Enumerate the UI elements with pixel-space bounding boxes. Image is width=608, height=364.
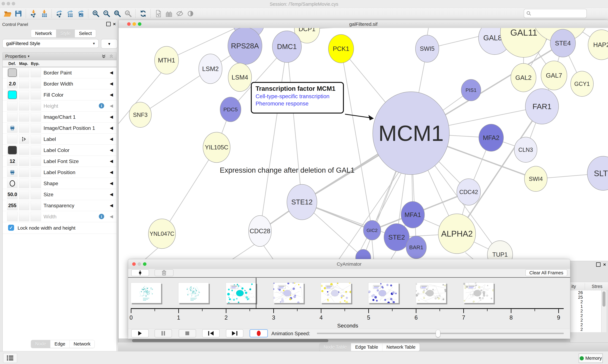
network-node[interactable]: CDC28	[249, 216, 271, 247]
export-network-button[interactable]	[54, 9, 64, 18]
mapping-cell[interactable]	[19, 179, 29, 188]
default-value[interactable]: 2.0	[9, 81, 16, 87]
network-node[interactable]: HAP2	[588, 30, 608, 60]
zoom-selected-button[interactable]	[123, 9, 133, 18]
zoom-fit-button[interactable]	[112, 9, 122, 18]
network-node[interactable]: LSM2	[199, 54, 222, 84]
default-value-swatch[interactable]	[8, 68, 17, 77]
expand-all-icon[interactable]	[101, 54, 106, 59]
network-node[interactable]: MFA1	[401, 201, 425, 228]
export-table-button[interactable]	[65, 9, 75, 18]
mapping-cell[interactable]	[19, 168, 29, 177]
bypass-cell[interactable]	[30, 156, 41, 166]
property-row[interactable]: Label Position◀	[3, 167, 117, 178]
default-value[interactable]: 12	[10, 158, 15, 164]
tab-node[interactable]: Node	[31, 340, 50, 348]
network-node[interactable]: LSM4	[228, 63, 252, 91]
tab-network[interactable]: Network	[31, 30, 56, 37]
default-cell[interactable]	[7, 68, 18, 77]
network-node[interactable]: CDC42	[457, 179, 481, 205]
properties-header[interactable]: Properties ▾	[3, 52, 117, 60]
style-options-button[interactable]: ▾	[101, 39, 117, 49]
show-panels-button[interactable]	[3, 353, 17, 363]
frame-thumbnail[interactable]	[463, 283, 494, 303]
network-node[interactable]: GAL2	[511, 64, 536, 92]
column-header[interactable]: ity	[571, 284, 576, 289]
timeline[interactable]: 0123456789 Seconds	[128, 278, 570, 329]
annotation-box[interactable]: Transcription factor MCM1 Cell-type-spec…	[251, 82, 344, 114]
float-panel-icon[interactable]	[106, 22, 111, 26]
property-row[interactable]: Label◀	[3, 134, 117, 145]
info-icon[interactable]: i	[99, 103, 104, 108]
default-cell[interactable]: 50.0	[7, 190, 18, 199]
bypass-cell[interactable]	[30, 190, 41, 199]
lock-size-checkbox[interactable]: ✓	[8, 225, 14, 231]
tab-style[interactable]: Style	[56, 30, 75, 37]
tab-node-table[interactable]: Node Table	[319, 343, 351, 351]
close-panel-icon[interactable]: ×	[603, 263, 606, 266]
default-cell[interactable]	[7, 112, 18, 122]
expand-row-icon[interactable]: ◀	[110, 192, 113, 197]
expand-row-icon[interactable]: ◀	[110, 181, 113, 186]
hide-graphics-button[interactable]	[175, 9, 185, 18]
search-box[interactable]	[524, 9, 587, 18]
annotation-link[interactable]: Pheromone response	[256, 100, 343, 107]
hide-panels-button[interactable]	[164, 9, 174, 18]
go-to-end-button[interactable]	[226, 329, 243, 338]
mapping-cell[interactable]	[19, 101, 29, 111]
default-cell[interactable]	[7, 90, 18, 99]
property-row[interactable]: 255Transparency◀	[3, 200, 117, 211]
mapping-cell[interactable]	[19, 112, 29, 122]
table-cell-value[interactable]: 26	[570, 290, 601, 295]
open-session-button[interactable]	[3, 9, 13, 18]
pause-button[interactable]	[154, 329, 172, 338]
frame-thumbnail[interactable]	[273, 283, 304, 303]
mapping-cell[interactable]	[19, 156, 29, 166]
memory-button[interactable]: Memory	[579, 353, 603, 363]
property-row[interactable]: Widthi◀	[3, 211, 117, 222]
mapping-cell[interactable]	[19, 68, 29, 77]
frame-thumbnail[interactable]	[416, 283, 446, 303]
tab-select[interactable]: Select	[75, 30, 96, 37]
frame-thumbnail[interactable]	[131, 283, 161, 303]
property-row[interactable]: Image/Chart Position 1◀	[3, 123, 117, 134]
style-selector[interactable]: galFiltered Style ▾	[2, 39, 99, 48]
info-icon[interactable]: i	[99, 214, 104, 219]
network-node[interactable]: MCM1	[373, 92, 449, 175]
import-table-button[interactable]	[39, 9, 49, 18]
property-row[interactable]: Fill Color◀	[3, 89, 117, 100]
property-row[interactable]: 2.0Border Width◀	[3, 78, 117, 89]
expand-row-icon[interactable]: ◀	[110, 114, 113, 119]
network-node[interactable]: DMC1	[272, 31, 302, 63]
property-row[interactable]: Heighti◀	[3, 100, 117, 111]
network-node[interactable]: GAL7	[541, 61, 567, 90]
default-cell[interactable]	[7, 145, 18, 155]
bypass-cell[interactable]	[30, 90, 41, 99]
network-node[interactable]: PIS1	[461, 79, 481, 101]
mapping-cell[interactable]	[19, 145, 29, 155]
network-node[interactable]: STE12	[287, 184, 317, 220]
table-cell-value[interactable]: 2	[570, 327, 601, 332]
bypass-cell[interactable]	[30, 79, 41, 88]
playhead[interactable]	[256, 278, 256, 308]
network-node[interactable]: YNL047C	[148, 219, 176, 248]
expand-row-icon[interactable]: ◀	[110, 81, 113, 86]
bypass-cell[interactable]	[30, 179, 41, 188]
network-node[interactable]: SWI5	[415, 35, 439, 62]
annotation-link[interactable]: Cell-type-specific transcription	[256, 93, 343, 99]
expand-row-icon[interactable]: ◀	[110, 214, 113, 219]
save-session-button[interactable]	[14, 9, 23, 18]
table-cell-value[interactable]: 25	[570, 295, 601, 300]
scrollbar-thumb[interactable]	[602, 291, 606, 307]
bypass-cell[interactable]	[30, 112, 41, 122]
import-network-button[interactable]	[28, 9, 38, 18]
network-node[interactable]: FAR1	[525, 89, 559, 124]
bypass-cell[interactable]	[30, 212, 41, 221]
mapping-cell[interactable]	[19, 201, 29, 210]
bypass-cell[interactable]	[30, 68, 41, 77]
property-row[interactable]: Border Paint◀	[3, 67, 117, 78]
float-panel-icon[interactable]	[596, 262, 601, 267]
network-document-button[interactable]	[153, 9, 163, 18]
default-cell[interactable]	[7, 168, 18, 177]
default-cell[interactable]	[7, 179, 18, 188]
